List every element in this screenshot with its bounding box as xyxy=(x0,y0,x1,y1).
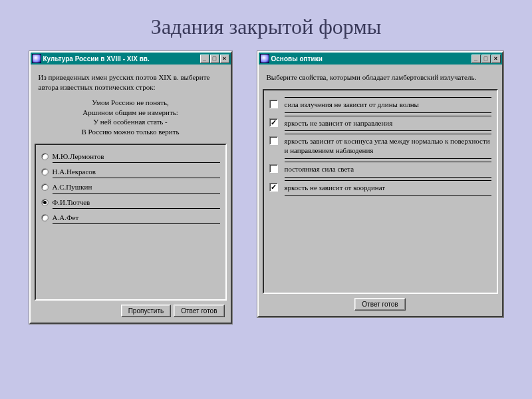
window-title-right: Основы оптики xyxy=(271,55,471,63)
checkbox-label: постоянная сила света xyxy=(285,164,491,175)
checkbox-options-box: сила излучения не зависит от длины волны… xyxy=(263,89,498,294)
checkbox-icon xyxy=(269,136,278,145)
checkbox-icon xyxy=(269,164,278,173)
question-text-left: Из приведенных имен русских поэтов XIX в… xyxy=(35,68,227,144)
system-icon xyxy=(32,54,41,63)
radio-icon xyxy=(41,153,49,160)
checkbox-option[interactable]: сила излучения не зависит от длины волны xyxy=(269,96,491,114)
radio-options-box: М.Ю.Лермонтов Н.А.Некрасов А.С.Пушкин Ф.… xyxy=(35,144,227,301)
minimize-button[interactable]: _ xyxy=(200,55,209,63)
button-bar-right: Ответ готов xyxy=(263,294,498,312)
checkbox-label: яркость не зависит от координат xyxy=(285,183,491,194)
checkbox-label: яркость не зависит от направления xyxy=(285,118,491,129)
poem: Умом Россию не понять, Аршином общим не … xyxy=(39,98,223,137)
button-bar-left: Пропустить Ответ готов xyxy=(35,301,227,319)
checkbox-icon: ✓ xyxy=(269,118,278,127)
radio-option[interactable]: М.Ю.Лермонтов xyxy=(41,150,220,166)
maximize-button[interactable]: □ xyxy=(210,55,219,63)
checkbox-option[interactable]: ✓ яркость не зависит от направления xyxy=(269,114,491,133)
poem-line: В Россию можно только верить xyxy=(39,127,223,137)
checkbox-option[interactable]: постоянная сила света xyxy=(269,160,491,179)
radio-option[interactable]: Ф.И.Тютчев xyxy=(41,196,220,211)
checkbox-icon xyxy=(269,100,278,108)
radio-icon xyxy=(41,184,49,191)
radio-label: А.А.Фет xyxy=(53,213,220,224)
radio-option[interactable]: А.С.Пушкин xyxy=(41,181,220,196)
poem-line: У ней особенная стать - xyxy=(39,117,223,127)
radio-label: А.С.Пушкин xyxy=(53,183,220,194)
window-culture: Культура России в XVIII - XIX вв. _ □ × … xyxy=(29,51,232,324)
radio-option[interactable]: А.А.Фет xyxy=(41,211,220,227)
radio-icon xyxy=(41,199,49,206)
checkbox-label: сила излучения не зависит от длины волны xyxy=(285,100,491,110)
checkbox-label: яркость зависит от косинуса угла между н… xyxy=(285,136,491,156)
titlebar-left: Культура России в XVIII - XIX вв. _ □ × xyxy=(31,53,231,65)
radio-icon xyxy=(41,168,49,176)
skip-button[interactable]: Пропустить xyxy=(121,305,172,317)
radio-option[interactable]: Н.А.Некрасов xyxy=(41,166,220,181)
submit-button[interactable]: Ответ готов xyxy=(354,298,405,311)
checkbox-option[interactable]: яркость зависит от косинуса угла между н… xyxy=(269,132,491,160)
question-text-right: Выберите свойства, которыми обладает лам… xyxy=(263,68,498,89)
windows-row: Культура России в XVIII - XIX вв. _ □ × … xyxy=(0,51,532,324)
minimize-button[interactable]: _ xyxy=(471,55,481,63)
window-optics: Основы оптики _ □ × Выберите свойства, к… xyxy=(257,51,503,317)
close-button[interactable]: × xyxy=(220,55,229,63)
radio-icon xyxy=(41,214,49,221)
system-icon xyxy=(260,54,269,63)
checkbox-option[interactable]: ✓ яркость не зависит от координат xyxy=(269,179,491,198)
checkbox-icon: ✓ xyxy=(269,183,278,192)
poem-line: Умом Россию не понять, xyxy=(39,98,223,108)
poem-line: Аршином общим не измерить: xyxy=(39,108,223,118)
submit-button[interactable]: Ответ готов xyxy=(174,305,224,317)
slide-title: Задания закрытой формы xyxy=(0,0,532,51)
radio-label: Н.А.Некрасов xyxy=(53,168,220,178)
maximize-button[interactable]: □ xyxy=(481,55,491,63)
radio-label: М.Ю.Лермонтов xyxy=(53,152,220,163)
titlebar-right: Основы оптики _ □ × xyxy=(259,53,502,65)
window-title-left: Культура России в XVIII - XIX вв. xyxy=(43,55,200,63)
radio-label: Ф.И.Тютчев xyxy=(53,198,220,209)
close-button[interactable]: × xyxy=(491,55,501,63)
question-intro: Из приведенных имен русских поэтов XIX в… xyxy=(39,72,223,92)
